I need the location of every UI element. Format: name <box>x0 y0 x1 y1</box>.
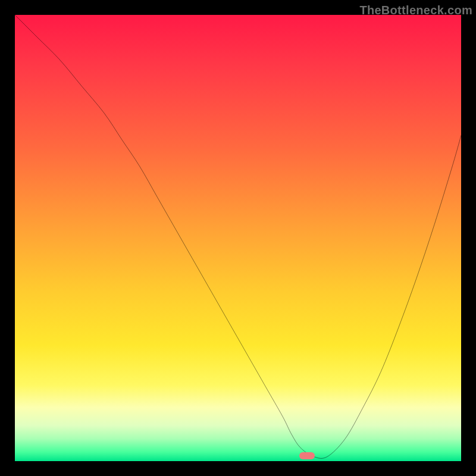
bottleneck-curve <box>15 15 461 461</box>
optimal-point-marker <box>299 452 315 459</box>
chart-container: TheBottleneck.com <box>0 0 476 476</box>
plot-area <box>15 15 461 461</box>
